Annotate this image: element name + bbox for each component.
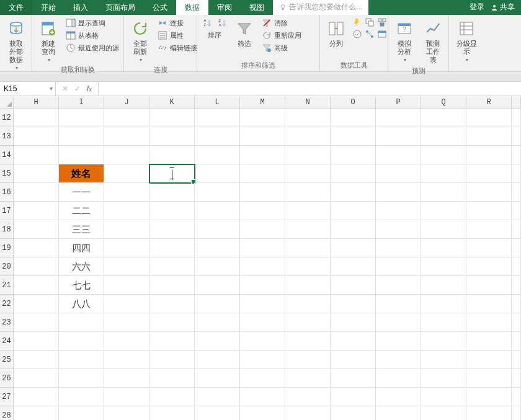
cell-N19[interactable] (285, 239, 331, 257)
cell-K28[interactable] (149, 406, 195, 420)
cell-N21[interactable] (285, 276, 331, 295)
formula-input-wrap[interactable] (99, 82, 521, 96)
cell-Q19[interactable] (421, 239, 466, 257)
cell-H19[interactable] (14, 239, 59, 257)
cell-J19[interactable] (104, 239, 149, 257)
connections-button[interactable]: 连接 (156, 17, 198, 29)
cell-P18[interactable] (376, 220, 421, 239)
cell-L24[interactable] (195, 332, 240, 351)
name-box[interactable]: ▾ (0, 82, 56, 96)
cell-J28[interactable] (104, 406, 149, 420)
cell-J18[interactable] (104, 220, 149, 239)
cell-N23[interactable] (285, 313, 331, 332)
cell-Q24[interactable] (421, 332, 466, 351)
cell-L13[interactable] (195, 127, 240, 146)
cell-N24[interactable] (285, 332, 331, 351)
row-header-26[interactable]: 26 (0, 369, 14, 388)
cell-H20[interactable] (14, 257, 59, 276)
cell-H13[interactable] (14, 127, 59, 146)
cell-N26[interactable] (285, 369, 331, 388)
column-header-Q[interactable]: Q (421, 96, 466, 108)
cell-N28[interactable] (285, 406, 331, 420)
cell-M19[interactable] (240, 239, 285, 257)
cell-R22[interactable] (466, 295, 512, 313)
row-header-17[interactable]: 17 (0, 202, 14, 220)
clear-filter-button[interactable]: 清除 (260, 17, 303, 29)
cell-P13[interactable] (376, 127, 421, 146)
cell-R24[interactable] (466, 332, 512, 351)
cell-R12[interactable] (466, 109, 512, 127)
cell-K24[interactable] (149, 332, 195, 351)
cell-L18[interactable] (195, 220, 240, 239)
cell-N25[interactable] (285, 351, 331, 369)
cell-J20[interactable] (104, 257, 149, 276)
tab-pagelayout[interactable]: 页面布局 (97, 0, 144, 15)
cell-J23[interactable] (104, 313, 149, 332)
cell-Q26[interactable] (421, 369, 466, 388)
cell-N18[interactable] (285, 220, 331, 239)
name-box-input[interactable] (0, 84, 43, 93)
tab-file[interactable]: 文件 (0, 0, 32, 15)
cell-K23[interactable] (149, 313, 195, 332)
cell-R20[interactable] (466, 257, 512, 276)
cell-I23[interactable] (59, 313, 104, 332)
formula-input[interactable] (99, 82, 521, 96)
cell-I24[interactable] (59, 332, 104, 351)
cell-Q23[interactable] (421, 313, 466, 332)
cell-J16[interactable] (104, 183, 149, 202)
cell-I14[interactable] (59, 146, 104, 164)
cell-N17[interactable] (285, 202, 331, 220)
cell-I16[interactable]: 一一 (59, 183, 104, 202)
cell-L27[interactable] (195, 388, 240, 406)
cancel-formula-icon[interactable]: ✕ (62, 84, 68, 93)
cell-I17[interactable]: 二二 (59, 202, 104, 220)
cell-H15[interactable] (14, 164, 59, 183)
cell-O17[interactable] (331, 202, 376, 220)
tab-formulas[interactable]: 公式 (144, 0, 176, 15)
column-header-K[interactable]: K (149, 96, 195, 108)
cell-I19[interactable]: 四四 (59, 239, 104, 257)
outline-button[interactable]: 分级显示 ▾ (453, 17, 480, 64)
cell-H28[interactable] (14, 406, 59, 420)
cell-R26[interactable] (466, 369, 512, 388)
manage-data-model-icon[interactable] (377, 29, 387, 39)
cell-K14[interactable] (149, 146, 195, 164)
cell-I28[interactable] (59, 406, 104, 420)
cell-P17[interactable] (376, 202, 421, 220)
tab-data[interactable]: 数据 (176, 0, 208, 15)
cell-K21[interactable] (149, 276, 195, 295)
cell-N15[interactable] (285, 164, 331, 183)
cell-Q18[interactable] (421, 220, 466, 239)
cell-R14[interactable] (466, 146, 512, 164)
cell-K12[interactable] (149, 109, 195, 127)
cell-H17[interactable] (14, 202, 59, 220)
cell-R28[interactable] (466, 406, 512, 420)
cell-K26[interactable] (149, 369, 195, 388)
cell-M18[interactable] (240, 220, 285, 239)
cell-O12[interactable] (331, 109, 376, 127)
cell-J21[interactable] (104, 276, 149, 295)
cell-I18[interactable]: 三三 (59, 220, 104, 239)
cell-Q25[interactable] (421, 351, 466, 369)
cell-H14[interactable] (14, 146, 59, 164)
column-header-O[interactable]: O (331, 96, 376, 108)
cell-L25[interactable] (195, 351, 240, 369)
tab-home[interactable]: 开始 (32, 0, 65, 15)
cell-P20[interactable] (376, 257, 421, 276)
sort-desc-button[interactable]: ZA (216, 17, 228, 29)
cell-H27[interactable] (14, 388, 59, 406)
tab-view[interactable]: 视图 (241, 0, 273, 15)
cell-K19[interactable] (149, 239, 195, 257)
edit-links-button[interactable]: 编辑链接 (156, 42, 198, 53)
cell-O15[interactable] (331, 164, 376, 183)
cell-H26[interactable] (14, 369, 59, 388)
cell-M16[interactable] (240, 183, 285, 202)
cell-L12[interactable] (195, 109, 240, 127)
cell-I13[interactable] (59, 127, 104, 146)
cell-N12[interactable] (285, 109, 331, 127)
cell-J22[interactable] (104, 295, 149, 313)
cell-L28[interactable] (195, 406, 240, 420)
row-header-20[interactable]: 20 (0, 257, 14, 276)
cell-R19[interactable] (466, 239, 512, 257)
cell-O20[interactable] (331, 257, 376, 276)
